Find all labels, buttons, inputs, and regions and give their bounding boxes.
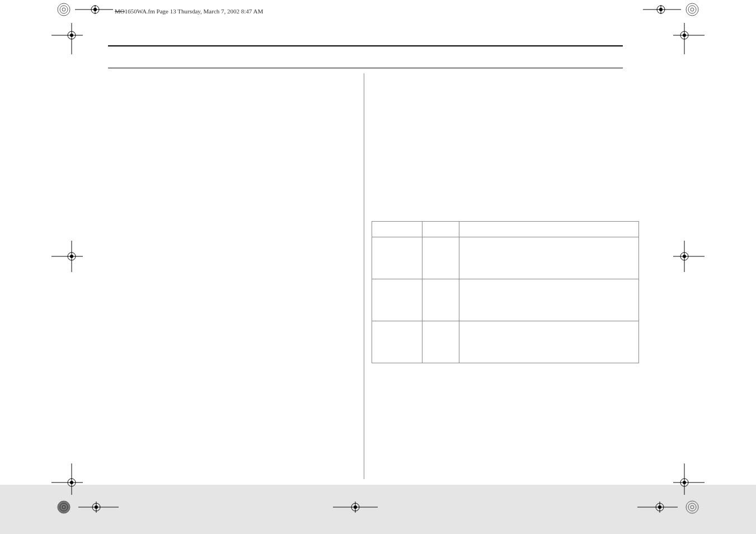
table-cell bbox=[372, 321, 422, 363]
svg-point-2 bbox=[62, 8, 65, 11]
svg-point-54 bbox=[688, 503, 696, 511]
content-rule-top-thick bbox=[108, 45, 623, 46]
crop-mark-mid-right bbox=[673, 241, 705, 272]
svg-point-13 bbox=[691, 8, 694, 11]
crop-mark-top-right bbox=[643, 2, 705, 22]
crop-mark-bot-right bbox=[673, 463, 705, 495]
svg-point-21 bbox=[683, 34, 686, 37]
svg-point-37 bbox=[683, 481, 686, 484]
table-cell bbox=[372, 279, 422, 321]
table-cell bbox=[459, 222, 638, 237]
crop-mark-bot-right-2 bbox=[637, 497, 705, 517]
header-filename-struck: MO bbox=[115, 8, 125, 15]
table-cell bbox=[459, 237, 638, 279]
data-table bbox=[372, 221, 639, 363]
svg-point-38 bbox=[58, 501, 70, 513]
table-row bbox=[372, 222, 639, 237]
table-cell bbox=[459, 321, 638, 363]
svg-point-33 bbox=[70, 481, 73, 484]
svg-point-6 bbox=[93, 8, 97, 11]
svg-point-52 bbox=[658, 505, 661, 509]
table-cell bbox=[372, 237, 422, 279]
crop-mark-top-right-2 bbox=[673, 23, 705, 54]
table-cell bbox=[422, 222, 459, 237]
crop-mark-bot-left bbox=[51, 463, 83, 495]
table-cell bbox=[422, 237, 459, 279]
table-row bbox=[372, 237, 639, 279]
svg-point-25 bbox=[70, 255, 73, 258]
column-divider bbox=[364, 73, 364, 479]
crop-mark-top-left-2 bbox=[51, 23, 83, 54]
header-filename: MO1650WA.fm Page 13 Thursday, March 7, 2… bbox=[115, 8, 263, 15]
svg-point-11 bbox=[686, 3, 698, 16]
table-cell bbox=[422, 279, 459, 321]
svg-point-48 bbox=[354, 505, 357, 509]
svg-point-29 bbox=[683, 255, 686, 258]
svg-point-0 bbox=[58, 3, 70, 16]
crop-mark-bot-left-2 bbox=[51, 497, 119, 517]
content-rule-top-thin bbox=[108, 68, 623, 68]
crop-mark-bot-center bbox=[333, 497, 378, 517]
table-cell bbox=[459, 279, 638, 321]
table-row bbox=[372, 279, 639, 321]
header-filename-rest: 1650WA.fm Page 13 Thursday, March 7, 200… bbox=[125, 8, 263, 15]
svg-point-44 bbox=[95, 505, 98, 509]
crop-mark-mid-left bbox=[51, 241, 83, 272]
svg-point-53 bbox=[686, 501, 698, 513]
svg-point-1 bbox=[60, 6, 68, 13]
svg-point-17 bbox=[70, 34, 73, 37]
table-row bbox=[372, 321, 639, 363]
svg-point-10 bbox=[659, 8, 663, 11]
svg-point-55 bbox=[691, 505, 694, 509]
table-cell bbox=[422, 321, 459, 363]
table-cell bbox=[372, 222, 422, 237]
crop-mark-top-left bbox=[51, 2, 113, 22]
svg-point-12 bbox=[688, 6, 696, 13]
